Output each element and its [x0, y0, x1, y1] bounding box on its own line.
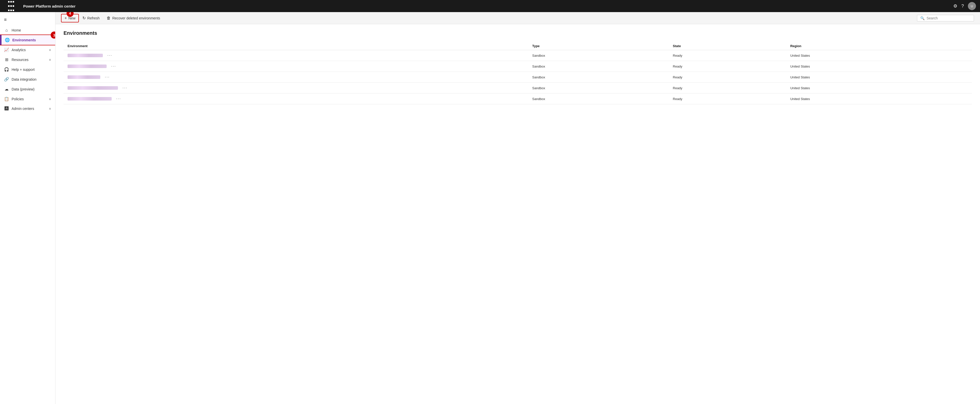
recover-button-label: Recover deleted environments — [112, 16, 160, 20]
chevron-down-icon: ∨ — [49, 48, 51, 52]
env-type: Sandbox — [528, 72, 669, 83]
env-name-content: ··· — [68, 74, 524, 80]
main-layout: ≡ ⌂ Home 3 🌐 Environments 📈 Analytics ∨ … — [0, 12, 980, 404]
env-type: Sandbox — [528, 50, 669, 61]
env-state: Ready — [669, 83, 786, 94]
active-indicator — [1, 35, 2, 45]
table-row: ··· SandboxReadyUnited States — [64, 72, 972, 83]
env-name-cell: ··· — [64, 83, 528, 94]
environments-table: Environment Type State Region ··· Sandbo… — [64, 42, 972, 104]
refresh-button[interactable]: ↻ Refresh — [80, 14, 103, 22]
policies-icon: 📋 — [4, 97, 9, 101]
recover-button[interactable]: 🗑 Recover deleted environments — [103, 14, 163, 22]
sidebar-item-label: Data (preview) — [11, 87, 51, 91]
more-options-button[interactable]: ··· — [106, 52, 114, 58]
sidebar-item-policies[interactable]: 📋 Policies ∨ — [0, 94, 55, 104]
col-header-region: Region — [786, 42, 972, 50]
recover-icon: 🗑 — [107, 16, 111, 21]
table-row: ··· SandboxReadyUnited States — [64, 61, 972, 72]
data-integration-icon: 🔗 — [4, 77, 9, 82]
search-box[interactable]: 🔍 — [917, 15, 974, 21]
plus-icon: + — [65, 16, 67, 21]
blurred-name — [68, 75, 100, 79]
refresh-button-label: Refresh — [87, 16, 100, 20]
chevron-down-icon: ∨ — [49, 97, 51, 101]
sidebar-item-home[interactable]: ⌂ Home — [0, 25, 55, 35]
env-region: United States — [786, 61, 972, 72]
table-row: ··· SandboxReadyUnited States — [64, 83, 972, 94]
page-title: Environments — [64, 30, 972, 36]
environments-icon: 🌐 — [5, 38, 10, 42]
sidebar-item-analytics[interactable]: 📈 Analytics ∨ — [0, 45, 55, 55]
table-row: ··· SandboxReadyUnited States — [64, 50, 972, 61]
env-region: United States — [786, 72, 972, 83]
sidebar-item-label: Help + support — [11, 68, 51, 72]
help-button[interactable]: ? — [961, 4, 964, 8]
waffle-menu-icon[interactable] — [4, 0, 18, 12]
sidebar-item-label: Analytics — [11, 48, 46, 52]
sidebar-item-data-preview[interactable]: ☁ Data (preview) — [0, 84, 55, 94]
more-options-button[interactable]: ··· — [103, 74, 111, 80]
sidebar-item-label: Admin centers — [11, 107, 46, 111]
env-type: Sandbox — [528, 94, 669, 104]
env-type: Sandbox — [528, 83, 669, 94]
sidebar-item-label: Data integration — [11, 77, 51, 81]
sidebar-hamburger[interactable]: ≡ — [0, 14, 55, 25]
sidebar-item-label: Home — [11, 28, 51, 32]
env-state: Ready — [669, 72, 786, 83]
admin-centers-icon: 🅰 — [4, 107, 9, 111]
blurred-name — [68, 86, 118, 90]
sidebar-item-label: Policies — [11, 97, 46, 101]
more-options-button[interactable]: ··· — [121, 85, 129, 91]
table-row: ··· SandboxReadyUnited States — [64, 94, 972, 104]
env-state: Ready — [669, 61, 786, 72]
chevron-down-icon: ∨ — [49, 107, 51, 110]
analytics-icon: 📈 — [4, 48, 9, 52]
sidebar-item-resources[interactable]: ⊞ Resources ∨ — [0, 55, 55, 65]
env-name-content: ··· — [68, 52, 524, 58]
env-region: United States — [786, 83, 972, 94]
sidebar-item-help-support[interactable]: 🎧 Help + support — [0, 65, 55, 74]
home-icon: ⌂ — [4, 28, 9, 32]
more-options-button[interactable]: ··· — [115, 96, 123, 102]
sidebar-item-data-integration[interactable]: 🔗 Data integration — [0, 74, 55, 84]
page-content: Environments Environment Type State Regi… — [56, 24, 980, 404]
sidebar-item-environments[interactable]: 3 🌐 Environments — [0, 35, 55, 45]
env-name-cell: ··· — [64, 94, 528, 104]
env-state: Ready — [669, 50, 786, 61]
content-area: 4 + New ↻ Refresh 🗑 Recover deleted envi… — [56, 12, 980, 404]
avatar[interactable]: U — [968, 2, 976, 10]
top-nav-icons: ⚙ ? U — [953, 2, 976, 10]
chevron-down-icon: ∨ — [49, 58, 51, 62]
env-name-content: ··· — [68, 85, 524, 91]
table-header: Environment Type State Region — [64, 42, 972, 50]
col-header-environment: Environment — [64, 42, 528, 50]
sidebar-item-admin-centers[interactable]: 🅰 Admin centers ∨ — [0, 104, 55, 113]
env-type: Sandbox — [528, 61, 669, 72]
refresh-icon: ↻ — [83, 16, 86, 21]
env-name-cell: ··· — [64, 61, 528, 72]
annotation-badge-3: 3 — [51, 32, 56, 38]
env-name-content: ··· — [68, 96, 524, 102]
help-support-icon: 🎧 — [4, 67, 9, 72]
toolbar: 4 + New ↻ Refresh 🗑 Recover deleted envi… — [56, 12, 980, 24]
sidebar-item-label: Environments — [12, 38, 51, 42]
top-navigation: Power Platform admin center ⚙ ? U — [0, 0, 980, 12]
env-state: Ready — [669, 94, 786, 104]
blurred-name — [68, 97, 112, 100]
env-region: United States — [786, 50, 972, 61]
resources-icon: ⊞ — [4, 57, 9, 62]
more-options-button[interactable]: ··· — [110, 64, 118, 69]
settings-button[interactable]: ⚙ — [953, 4, 957, 8]
env-name-cell: ··· — [64, 72, 528, 83]
blurred-name — [68, 65, 107, 68]
search-icon: 🔍 — [920, 16, 924, 20]
app-title: Power Platform admin center — [23, 4, 950, 8]
sidebar: ≡ ⌂ Home 3 🌐 Environments 📈 Analytics ∨ … — [0, 12, 56, 404]
sidebar-item-label: Resources — [11, 58, 46, 62]
env-name-content: ··· — [68, 64, 524, 69]
env-region: United States — [786, 94, 972, 104]
col-header-state: State — [669, 42, 786, 50]
search-input[interactable] — [927, 16, 970, 20]
data-preview-icon: ☁ — [4, 87, 9, 91]
